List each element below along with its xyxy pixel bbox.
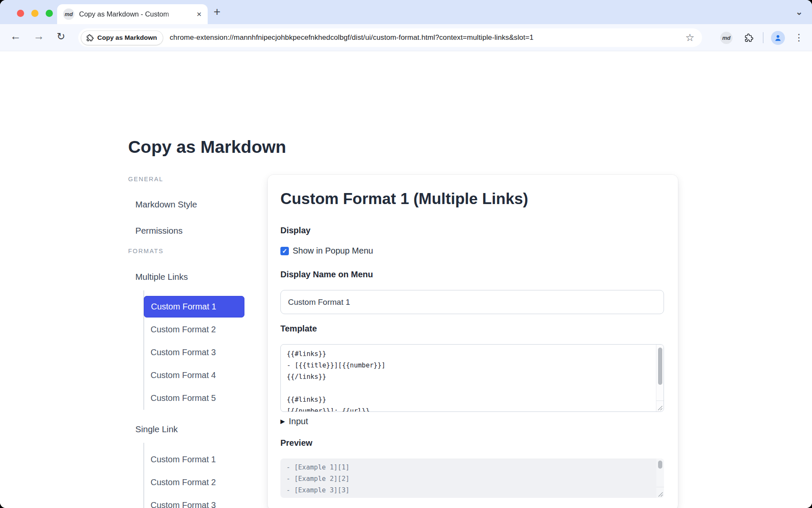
bookmark-star-icon[interactable]: ☆ [685,32,694,44]
sidebar-item-multiple-custom-format-2[interactable]: Custom Format 2 [151,325,216,334]
sidebar-item-multiple-custom-format-1-selected[interactable]: Custom Format 1 [144,296,244,318]
sidebar-item-single-custom-format-2[interactable]: Custom Format 2 [151,478,216,487]
preview-scrollbar-track[interactable] [656,458,664,498]
preview-scrollbar-thumb[interactable] [658,461,662,469]
extension-options-page: Copy as Markdown GENERAL Markdown Style … [0,51,812,508]
extension-chip-label: Copy as Markdown [97,34,157,41]
resize-grip-icon [658,406,663,411]
back-button[interactable]: ← [10,30,21,43]
disclosure-triangle-icon: ▶ [280,418,285,425]
template-resize-corner[interactable] [656,400,664,411]
template-text: {{#links}} - [{{title}}][{{number}}] {{/… [281,345,656,411]
sidebar-header-general: GENERAL [128,176,163,182]
template-textarea[interactable]: {{#links}} - [{{title}}][{{number}}] {{/… [280,344,664,412]
page-title: Copy as Markdown [128,137,286,157]
template-scrollbar-thumb[interactable] [658,348,662,385]
person-icon [774,33,782,42]
sidebar-item-single-custom-format-3[interactable]: Custom Format 3 [151,500,216,508]
tab-title: Copy as Markdown - Custom [79,10,180,18]
display-name-input[interactable] [280,290,664,314]
pinned-extension-md-icon[interactable]: md [720,32,732,44]
sidebar-item-single-link[interactable]: Single Link [135,424,178,434]
show-in-popup-row: ✓ Show in Popup Menu [280,246,373,256]
template-label: Template [280,324,317,334]
sidebar-item-multiple-custom-format-3[interactable]: Custom Format 3 [151,348,216,357]
sidebar-item-single-custom-format-1[interactable]: Custom Format 1 [151,455,216,464]
browser-toolbar: ← → ↻ Copy as Markdown chrome-extension:… [0,24,812,51]
selected-item-label: Custom Format 1 [151,302,216,312]
new-tab-button[interactable]: + [214,5,220,19]
sidebar-item-permissions[interactable]: Permissions [135,226,183,236]
tab-favicon-md-icon: md [63,8,74,20]
minimize-window-button[interactable] [31,10,38,17]
toolbar-divider [763,32,763,43]
show-in-popup-checkbox[interactable]: ✓ [280,247,289,255]
sidebar-item-multiple-custom-format-4[interactable]: Custom Format 4 [151,370,216,380]
url-text[interactable]: chrome-extension://mannhfnipecjohbkpecef… [170,33,533,42]
browser-window: md Copy as Markdown - Custom ✕ + ⌄ ← → ↻… [0,0,812,508]
toolbar-right-cluster: md ⋮ [720,24,812,51]
display-name-label: Display Name on Menu [280,270,373,279]
single-link-group-rule [143,443,144,508]
profile-avatar[interactable] [771,31,785,45]
sidebar-header-formats: FORMATS [128,248,164,254]
sidebar-item-multiple-custom-format-5[interactable]: Custom Format 5 [151,393,216,403]
browser-menu-icon[interactable]: ⋮ [794,32,804,43]
card-heading: Custom Format 1 (Multiple Links) [280,190,528,208]
puzzle-icon [86,34,94,42]
custom-format-card: Custom Format 1 (Multiple Links) Display… [268,175,678,508]
preview-label: Preview [280,438,313,448]
template-scrollbar-track[interactable] [656,345,664,411]
resize-grip-icon [658,492,663,497]
tab-strip: md Copy as Markdown - Custom ✕ + ⌄ [0,0,812,24]
preview-textarea[interactable]: - [Example 1][1] - [Example 2][2] - [Exa… [280,458,664,498]
tab-close-icon[interactable]: ✕ [196,11,202,18]
show-in-popup-label: Show in Popup Menu [293,246,373,256]
tab-copy-as-markdown[interactable]: md Copy as Markdown - Custom ✕ [57,4,208,24]
sidebar-item-multiple-links[interactable]: Multiple Links [135,272,188,282]
close-window-button[interactable] [17,10,24,17]
display-section-label: Display [280,226,310,235]
forward-button[interactable]: → [33,30,44,43]
extensions-puzzle-icon[interactable] [744,33,754,43]
extension-name-chip[interactable]: Copy as Markdown [81,31,163,45]
reload-button[interactable]: ↻ [57,30,65,42]
address-bar[interactable]: Copy as Markdown chrome-extension://mann… [78,28,702,47]
fullscreen-window-button[interactable] [46,10,53,17]
preview-resize-corner[interactable] [656,487,664,498]
input-details-summary[interactable]: ▶ Input [280,416,308,426]
input-summary-label: Input [289,416,308,426]
preview-text: - [Example 1][1] - [Example 2][2] - [Exa… [280,458,656,498]
sidebar-item-markdown-style[interactable]: Markdown Style [135,199,197,210]
search-tabs-chevron-icon[interactable]: ⌄ [796,7,803,17]
